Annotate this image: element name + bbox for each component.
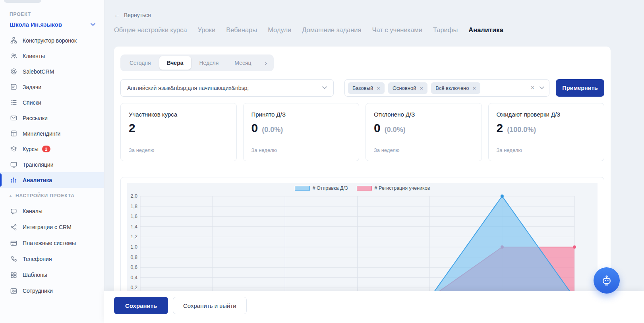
- stat-value-row: 0(0.0%): [251, 121, 351, 134]
- svg-text:2,0: 2,0: [131, 193, 137, 199]
- tag-chip-label: Основной: [393, 85, 416, 91]
- channels-icon: [10, 207, 17, 215]
- sidebar-item-analytics[interactable]: Аналитика: [0, 172, 104, 188]
- sidebar-item-label: Телефония: [23, 256, 52, 262]
- sidebar-item-employees[interactable]: Сотрудники: [0, 283, 104, 299]
- sidebar-project-menu: Конструктор воронокКлиентыSalebotCRMЗада…: [0, 33, 104, 188]
- svg-text:1,8: 1,8: [131, 204, 137, 209]
- course-tab-3[interactable]: Модули: [268, 26, 291, 34]
- lists-icon: [10, 99, 17, 107]
- tag-chip-2[interactable]: Всё включено×: [431, 82, 480, 94]
- clear-all-icon[interactable]: ×: [531, 85, 534, 91]
- tag-chip-label: Всё включено: [435, 85, 469, 91]
- save-and-exit-button[interactable]: Сохранить и выйти: [173, 297, 247, 314]
- course-tab-0[interactable]: Общие настройки курса: [114, 26, 187, 34]
- stat-caption: За неделю: [497, 147, 596, 153]
- clients-icon: [10, 52, 17, 60]
- course-select[interactable]: Английский язык&nbsp;для начинающих&nbsp…: [120, 79, 334, 97]
- sidebar-item-crm[interactable]: SalebotCRM: [0, 64, 104, 79]
- sidebar-item-label: Сотрудники: [23, 288, 53, 294]
- chart-area: # Отправка Д/З# Регистрация учеников 2,0…: [127, 183, 598, 291]
- svg-text:1,2: 1,2: [131, 234, 137, 239]
- stats-row: Участников курса2За неделюПринято Д/З0(0…: [120, 103, 604, 161]
- back-arrow-icon: ←: [114, 12, 120, 18]
- legend-swatch-icon: [295, 186, 310, 191]
- payments-icon: [10, 239, 17, 247]
- back-link-label: Вернуться: [124, 12, 151, 18]
- sidebar-item-tasks[interactable]: Задачи: [0, 79, 104, 95]
- sidebar-item-templates[interactable]: Шаблоны: [0, 267, 104, 283]
- sidebar-item-label: Шаблоны: [23, 272, 47, 278]
- sidebar-item-funnel-builder[interactable]: Конструктор воронок: [0, 33, 104, 48]
- sidebar-section-settings[interactable]: ▴ НАСТРОЙКИ ПРОЕКТА: [10, 193, 104, 198]
- multiselect-controls: ×: [531, 80, 544, 96]
- sidebar-item-label: Каналы: [23, 208, 43, 214]
- stat-percent: (0.0%): [262, 126, 283, 134]
- tariff-multiselect[interactable]: Базовый×Основной×Всё включено× ×: [344, 79, 549, 97]
- collapse-triangle-icon: ▴: [10, 194, 12, 198]
- course-tab-6[interactable]: Тарифы: [433, 26, 458, 34]
- sidebar-item-label: SalebotCRM: [23, 68, 54, 75]
- course-tab-2[interactable]: Вебинары: [226, 26, 257, 34]
- chip-remove-icon[interactable]: ×: [420, 85, 424, 91]
- sidebar-item-label: Трансляции: [23, 162, 53, 168]
- tag-chip-0[interactable]: Базовый×: [348, 82, 385, 94]
- svg-text:0,4: 0,4: [131, 275, 137, 280]
- analytics-panel: СегодняВчераНеделяМесяц› Английский язык…: [114, 47, 611, 302]
- sidebar-item-clients[interactable]: Клиенты: [0, 48, 104, 64]
- chip-remove-icon[interactable]: ×: [473, 85, 476, 91]
- stat-caption: За неделю: [251, 147, 351, 153]
- stat-caption: За неделю: [129, 147, 228, 153]
- svg-text:0,2: 0,2: [131, 285, 137, 290]
- project-name: Школа Ин.языков: [10, 21, 62, 28]
- stat-title: Участников курса: [129, 111, 228, 118]
- sidebar-item-mailing[interactable]: Рассылки: [0, 110, 104, 126]
- save-button[interactable]: Сохранить: [114, 297, 168, 314]
- sidebar-item-lists[interactable]: Списки: [0, 95, 104, 110]
- tag-chip-1[interactable]: Основной×: [388, 82, 427, 94]
- sidebar-item-phone[interactable]: Телефония: [0, 251, 104, 267]
- main-content: ← Вернуться Общие настройки курсаУрокиВе…: [104, 0, 644, 323]
- sidebar-item-courses[interactable]: Курсы2: [0, 141, 104, 157]
- project-selector[interactable]: Школа Ин.языков: [10, 21, 95, 28]
- sidebar-item-channels[interactable]: Каналы: [0, 203, 104, 219]
- sidebar-item-label: Интеграции с CRM: [23, 224, 72, 230]
- course-tab-4[interactable]: Домашние задания: [302, 26, 361, 34]
- svg-text:1,0: 1,0: [131, 244, 137, 250]
- period-tabs-next-icon[interactable]: ›: [260, 57, 273, 69]
- sidebar-item-payments[interactable]: Платежные системы: [0, 235, 104, 251]
- period-tab-2[interactable]: Неделя: [192, 56, 226, 70]
- sidebar-item-label: Рассылки: [23, 115, 48, 121]
- legend-item-1: # Регистрация учеников: [357, 185, 430, 191]
- stat-title: Ожидают проверки Д/З: [497, 111, 596, 118]
- period-tabs: СегодняВчераНеделяМесяц›: [120, 54, 274, 71]
- courses-icon: [10, 145, 17, 153]
- sidebar-item-label: Курсы: [23, 146, 39, 152]
- period-tab-1[interactable]: Вчера: [159, 56, 191, 70]
- stat-value: 2: [129, 121, 135, 134]
- period-tab-0[interactable]: Сегодня: [122, 56, 159, 70]
- chip-remove-icon[interactable]: ×: [377, 85, 380, 91]
- tag-chip-label: Базовый: [352, 85, 373, 91]
- sidebar-item-broadcast[interactable]: Трансляции: [0, 157, 104, 172]
- period-tab-3[interactable]: Месяц: [227, 56, 259, 70]
- stat-title: Принято Д/З: [251, 111, 351, 118]
- apply-button[interactable]: Примернить: [556, 79, 604, 97]
- sidebar-section-project-label: ПРОЕКТ: [10, 12, 104, 17]
- sidebar-top-decoration: [4, 0, 41, 3]
- chevron-down-icon[interactable]: [540, 86, 544, 90]
- stat-value-row: 2: [129, 121, 228, 134]
- back-link[interactable]: ← Вернуться: [114, 12, 151, 18]
- sidebar-item-landing[interactable]: Минилендинги: [0, 126, 104, 141]
- course-tab-1[interactable]: Уроки: [198, 26, 216, 34]
- chat-widget-button[interactable]: [594, 267, 620, 294]
- legend-swatch-icon: [357, 186, 372, 191]
- crm-icon: [10, 68, 17, 76]
- course-tab-7[interactable]: Аналитика: [468, 26, 503, 34]
- broadcast-icon: [10, 161, 17, 169]
- sidebar-item-integrations[interactable]: Интеграции с CRM: [0, 219, 104, 235]
- course-tab-5[interactable]: Чат с учениками: [372, 26, 422, 34]
- chart-card: # Отправка Д/З# Регистрация учеников 2,0…: [120, 177, 604, 296]
- filters-row: Английский язык&nbsp;для начинающих&nbsp…: [120, 79, 604, 97]
- sidebar-item-label: Задачи: [23, 84, 41, 90]
